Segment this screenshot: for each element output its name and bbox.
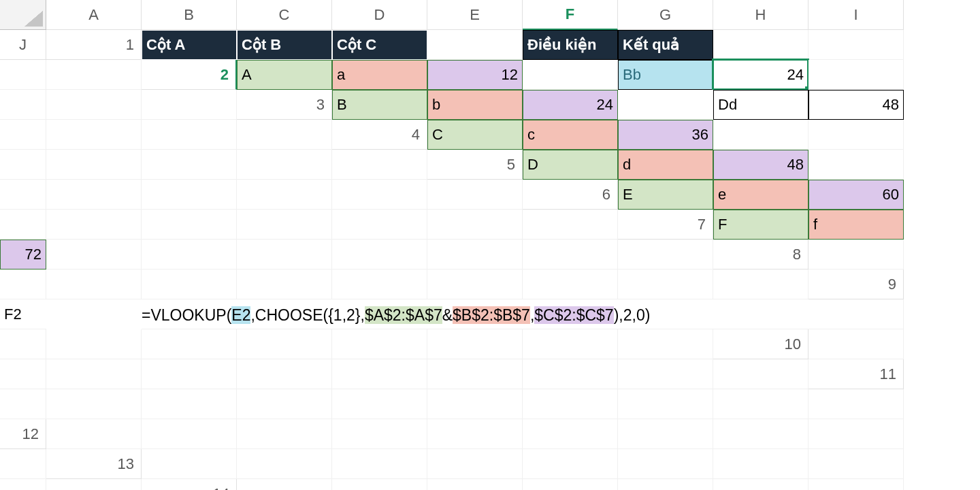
row-header-8[interactable]: 8 xyxy=(713,240,808,270)
cell-F5[interactable] xyxy=(46,180,142,210)
cell-F9[interactable] xyxy=(237,329,332,359)
cell-E13[interactable] xyxy=(523,449,618,479)
cell-F13[interactable] xyxy=(618,449,713,479)
cell-D5[interactable] xyxy=(808,150,904,180)
cell-C2[interactable]: 12 xyxy=(427,60,523,90)
cell-B8[interactable] xyxy=(0,270,46,299)
cell-H6[interactable] xyxy=(332,210,427,240)
cell-I4[interactable] xyxy=(237,150,332,180)
cell-H8[interactable] xyxy=(523,270,618,299)
cell-D7[interactable] xyxy=(46,240,142,270)
cell-I10[interactable] xyxy=(618,359,713,389)
cell-G5[interactable] xyxy=(142,180,237,210)
cell-H2[interactable] xyxy=(0,90,46,120)
cell-J5[interactable] xyxy=(427,180,523,210)
row-header-4[interactable]: 4 xyxy=(332,120,427,150)
cell-G4[interactable] xyxy=(46,150,142,180)
cell-J2[interactable] xyxy=(142,90,237,120)
cell-G11[interactable] xyxy=(523,389,618,419)
cell-A1[interactable]: Cột A xyxy=(142,30,237,60)
cell-A14[interactable] xyxy=(237,479,332,490)
cell-C7[interactable]: 72 xyxy=(0,240,46,270)
row-header-12[interactable]: 12 xyxy=(0,419,46,449)
cell-B10[interactable] xyxy=(0,359,46,389)
cell-E10[interactable] xyxy=(237,359,332,389)
row-header-11[interactable]: 11 xyxy=(808,359,904,389)
cell-H5[interactable] xyxy=(237,180,332,210)
cell-G10[interactable] xyxy=(427,359,523,389)
cell-C10[interactable] xyxy=(46,359,142,389)
cell-E9[interactable] xyxy=(142,329,237,359)
cell-C9[interactable] xyxy=(0,329,46,359)
cell-D11[interactable] xyxy=(237,389,332,419)
cell-J11[interactable] xyxy=(808,389,904,419)
cell-A10[interactable] xyxy=(808,329,904,359)
cell-D1[interactable] xyxy=(427,30,523,60)
cell-H4[interactable] xyxy=(142,150,237,180)
cell-B12[interactable] xyxy=(142,419,237,449)
cell-I5[interactable] xyxy=(332,180,427,210)
cell-D8[interactable] xyxy=(142,270,237,299)
cell-I12[interactable] xyxy=(808,419,904,449)
cell-B9[interactable]: =VLOOKUP(E2,CHOOSE({1,2},$A$2:$A$7&$B$2:… xyxy=(142,299,904,329)
cell-A12[interactable] xyxy=(46,419,142,449)
cell-F2[interactable]: 24 xyxy=(713,60,808,90)
cell-J4[interactable] xyxy=(332,150,427,180)
cell-D6[interactable] xyxy=(0,210,46,240)
cell-A2[interactable]: A xyxy=(237,60,332,90)
cell-H1[interactable] xyxy=(808,30,904,60)
select-all-corner[interactable] xyxy=(0,0,46,30)
cell-F8[interactable] xyxy=(332,270,427,299)
col-header-A[interactable]: A xyxy=(46,0,142,30)
cell-C8[interactable] xyxy=(46,270,142,299)
cell-J9[interactable] xyxy=(618,329,713,359)
cell-E14[interactable] xyxy=(618,479,713,490)
cell-G6[interactable] xyxy=(237,210,332,240)
cell-G8[interactable] xyxy=(427,270,523,299)
cell-A7[interactable]: F xyxy=(713,210,808,240)
col-header-B[interactable]: B xyxy=(142,0,237,30)
cell-E7[interactable] xyxy=(142,240,237,270)
row-header-7[interactable]: 7 xyxy=(618,210,713,240)
cell-E2[interactable]: Bb xyxy=(618,60,713,90)
cell-J8[interactable] xyxy=(713,270,808,299)
cell-A6[interactable]: E xyxy=(618,180,713,210)
cell-A5[interactable]: D xyxy=(523,150,618,180)
cell-B14[interactable] xyxy=(332,479,427,490)
cell-G2[interactable] xyxy=(808,60,904,90)
cell-H12[interactable] xyxy=(713,419,808,449)
cell-F7[interactable] xyxy=(237,240,332,270)
cell-A11[interactable] xyxy=(0,389,46,419)
cell-D2[interactable] xyxy=(523,60,618,90)
cell-J7[interactable] xyxy=(618,240,713,270)
row-header-13[interactable]: 13 xyxy=(46,449,142,479)
cell-D3[interactable] xyxy=(618,90,713,120)
row-header-5[interactable]: 5 xyxy=(427,150,523,180)
cell-B2[interactable]: a xyxy=(332,60,427,90)
cell-D4[interactable] xyxy=(713,120,808,150)
cell-I13[interactable] xyxy=(0,479,46,490)
cell-J10[interactable] xyxy=(713,359,808,389)
row-header-6[interactable]: 6 xyxy=(523,180,618,210)
cell-B3[interactable]: b xyxy=(427,90,523,120)
cell-C6[interactable]: 60 xyxy=(808,180,904,210)
col-header-J[interactable]: J xyxy=(0,30,46,60)
cell-D9[interactable] xyxy=(46,329,142,359)
cell-G12[interactable] xyxy=(618,419,713,449)
cell-E1[interactable]: Điều kiện xyxy=(523,30,618,60)
cell-B4[interactable]: c xyxy=(523,120,618,150)
cell-G13[interactable] xyxy=(713,449,808,479)
cell-E11[interactable] xyxy=(332,389,427,419)
cell-A9[interactable]: F2 xyxy=(0,299,46,329)
cell-A8[interactable] xyxy=(808,240,904,270)
cell-I2[interactable] xyxy=(46,90,142,120)
cell-F12[interactable] xyxy=(523,419,618,449)
cell-E8[interactable] xyxy=(237,270,332,299)
cell-G14[interactable] xyxy=(808,479,904,490)
cell-D12[interactable] xyxy=(332,419,427,449)
cell-I7[interactable] xyxy=(523,240,618,270)
cell-C13[interactable] xyxy=(332,449,427,479)
cell-E3[interactable]: Dd xyxy=(713,90,808,120)
cell-F3[interactable]: 48 xyxy=(808,90,904,120)
cell-D14[interactable] xyxy=(523,479,618,490)
